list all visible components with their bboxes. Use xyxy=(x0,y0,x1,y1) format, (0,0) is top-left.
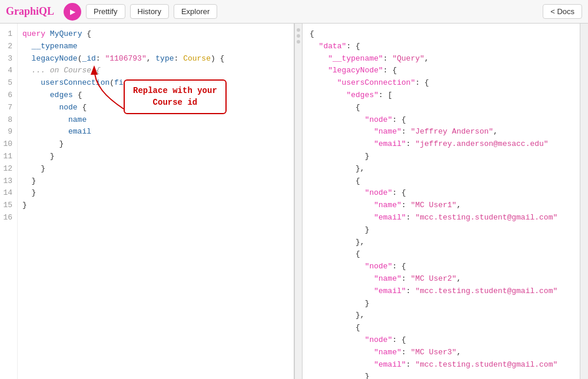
json-line-11: } xyxy=(310,151,573,163)
code-line-14: } xyxy=(22,187,289,200)
prettify-button[interactable]: Prettify xyxy=(86,4,125,19)
json-line-6: "edges": [ xyxy=(310,89,573,102)
line-num-2: 2 xyxy=(0,41,17,53)
docs-button[interactable]: < Docs xyxy=(543,4,582,19)
json-line-22: "email": "mcc.testing.student@gmail.com" xyxy=(310,285,573,298)
line-num-6: 6 xyxy=(0,89,17,102)
line-num-12: 12 xyxy=(0,163,17,175)
line-num-4: 4 xyxy=(0,65,17,77)
panel-divider xyxy=(294,24,303,379)
code-line-15: } xyxy=(22,200,289,212)
main-content: 1 2 3 4 5 6 7 8 9 10 11 12 13 14 15 16 q… xyxy=(0,24,588,379)
json-line-26: "node": { xyxy=(310,334,573,347)
json-line-18: }, xyxy=(310,237,573,249)
app-logo: GraphiQL xyxy=(6,5,54,18)
line-num-7: 7 xyxy=(0,102,17,114)
scroll-indicator xyxy=(297,28,300,32)
code-line-9: email xyxy=(22,126,289,138)
code-line-3: legacyNode(_id: "1106793", type: Course)… xyxy=(22,53,289,65)
json-line-16: "email": "mcc.testing.student@gmail.com" xyxy=(310,212,573,224)
json-line-21: "name": "MC User2", xyxy=(310,273,573,285)
line-num-15: 15 xyxy=(0,200,17,212)
json-line-15: "name": "MC User1", xyxy=(310,200,573,212)
json-line-12: }, xyxy=(310,163,573,175)
json-line-25: { xyxy=(310,322,573,334)
line-num-10: 10 xyxy=(0,138,17,151)
json-line-27: "name": "MC User3", xyxy=(310,347,573,359)
code-line-4: ... on Course { xyxy=(22,65,289,77)
toolbar: GraphiQL ▶ Prettify History Explorer < D… xyxy=(0,0,588,24)
code-line-11: } xyxy=(22,151,289,163)
json-line-1: { xyxy=(310,28,573,41)
line-num-1: 1 xyxy=(0,28,17,41)
line-num-16: 16 xyxy=(0,212,17,224)
line-num-9: 9 xyxy=(0,126,17,138)
code-line-16 xyxy=(22,212,289,224)
code-line-13: } xyxy=(22,175,289,188)
json-line-2: "data": { xyxy=(310,41,573,53)
callout-annotation: Replace with yourCourse id xyxy=(124,79,227,114)
run-button[interactable]: ▶ xyxy=(64,3,81,21)
query-editor[interactable]: 1 2 3 4 5 6 7 8 9 10 11 12 13 14 15 16 q… xyxy=(0,24,294,379)
line-num-13: 13 xyxy=(0,175,17,188)
json-line-7: { xyxy=(310,102,573,114)
json-line-29: } xyxy=(310,371,573,379)
line-num-5: 5 xyxy=(0,77,17,89)
json-line-3: "__typename": "Query", xyxy=(310,53,573,65)
code-line-12: } xyxy=(22,163,289,175)
code-line-1: query MyQuery { xyxy=(22,28,289,41)
json-line-13: { xyxy=(310,175,573,188)
json-line-10: "email": "jeffrey.anderson@mesacc.edu" xyxy=(310,138,573,151)
query-code-area[interactable]: query MyQuery { __typename legacyNode(_i… xyxy=(18,24,294,379)
json-line-24: }, xyxy=(310,310,573,322)
right-scrollbar[interactable] xyxy=(580,24,588,379)
line-num-8: 8 xyxy=(0,114,17,127)
scroll-indicator xyxy=(297,34,300,38)
json-line-23: } xyxy=(310,298,573,310)
line-num-14: 14 xyxy=(0,187,17,200)
json-line-8: "node": { xyxy=(310,114,573,127)
json-line-4: "legacyNode": { xyxy=(310,65,573,77)
explorer-button[interactable]: Explorer xyxy=(174,4,217,19)
line-num-11: 11 xyxy=(0,151,17,163)
json-line-20: "node": { xyxy=(310,261,573,273)
history-button[interactable]: History xyxy=(130,4,169,19)
json-line-14: "node": { xyxy=(310,187,573,200)
json-line-5: "usersConnection": { xyxy=(310,77,573,89)
scroll-indicator xyxy=(297,40,300,44)
line-numbers: 1 2 3 4 5 6 7 8 9 10 11 12 13 14 15 16 xyxy=(0,24,18,379)
json-line-9: "name": "Jeffrey Anderson", xyxy=(310,126,573,138)
result-panel: { "data": { "__typename": "Query", "lega… xyxy=(303,24,580,379)
code-line-2: __typename xyxy=(22,41,289,53)
json-line-19: { xyxy=(310,248,573,261)
json-line-28: "email": "mcc.testing.student@gmail.com" xyxy=(310,359,573,371)
callout-text: Replace with yourCourse id xyxy=(124,79,227,114)
code-line-8: name xyxy=(22,114,289,127)
line-num-3: 3 xyxy=(0,53,17,65)
json-line-17: } xyxy=(310,224,573,237)
code-line-10: } xyxy=(22,138,289,151)
